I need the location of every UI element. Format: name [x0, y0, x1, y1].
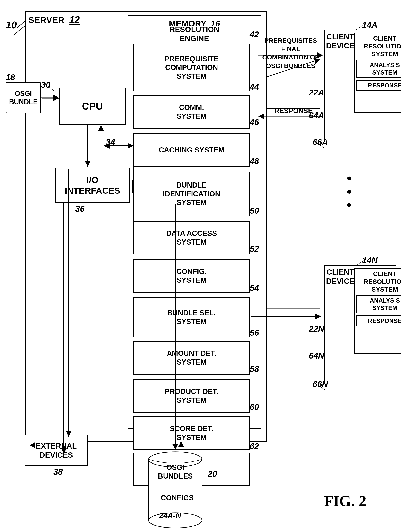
io-to-db-arrow: [170, 203, 181, 453]
prerequisite-computation-box: PREREQUISITECOMPUTATIONSYSTEM: [133, 44, 250, 91]
bundle-identification-ref: 50: [250, 206, 259, 216]
osgi-bundle-input-box: OSGIBUNDLE: [6, 82, 41, 114]
cpu-ref-arrow: [43, 83, 62, 94]
svg-line-46: [356, 259, 366, 266]
66a-ref-arrow: [313, 141, 329, 150]
caching-system-box: CACHING SYSTEM: [133, 133, 250, 167]
svg-marker-43: [317, 52, 323, 58]
cpu-box: CPU: [59, 88, 126, 125]
14a-ref-arrow: [354, 23, 369, 32]
bundle-sel-box: BUNDLE SEL.SYSTEM: [133, 297, 250, 337]
svg-line-40: [356, 23, 366, 30]
osgi-bundles-db-label: OSGIBUNDLES: [154, 463, 196, 481]
client-resolution-a-ref: 22A: [309, 88, 324, 98]
config-system-box: CONFIG.SYSTEM: [133, 259, 250, 293]
66n-ref-arrow: [313, 382, 329, 392]
caching-ref: 48: [250, 156, 259, 166]
bus-ext-dev-arrow: [29, 439, 62, 451]
product-det-box: PRODUCT DET.SYSTEM: [133, 379, 250, 413]
osgi-bundle-input-label: OSGIBUNDLE: [9, 89, 38, 106]
client-device-n-box: CLIENTDEVICE CLIENTRESOLUTIONSYSTEM ANAL…: [324, 265, 396, 383]
prereq-arrow: [257, 48, 328, 63]
response-a-label: RESPONSE: [368, 82, 401, 89]
client-resolution-n-ref: 22N: [309, 324, 324, 334]
analysis-system-n-box: ANALYSISSYSTEM: [356, 295, 401, 313]
client-resolution-n-label: CLIENTRESOLUTIONSYSTEM: [356, 270, 401, 293]
prerequisite-label: PREREQUISITECOMPUTATIONSYSTEM: [165, 55, 219, 81]
client-device-n-label: CLIENTDEVICE: [326, 267, 355, 286]
svg-marker-45: [258, 114, 264, 119]
response-n-label: RESPONSE: [368, 317, 401, 324]
score-det-box: SCORE DET.SYSTEM: [133, 417, 250, 450]
client-resolution-n-box: CLIENTRESOLUTIONSYSTEM ANALYSISSYSTEM RE…: [355, 268, 401, 354]
configs-ref: 24A-N: [159, 511, 181, 520]
io-ref: 36: [75, 204, 85, 214]
data-access-box: DATA ACCESSSYSTEM: [133, 221, 250, 254]
14n-ref-arrow: [354, 258, 369, 268]
svg-marker-60: [128, 143, 133, 149]
analysis-a-label: ANALYSISSYSTEM: [370, 61, 400, 76]
config-ref: 54: [250, 283, 259, 293]
external-ref: 38: [53, 467, 63, 477]
bus-vertical: [59, 202, 69, 456]
svg-line-41: [314, 142, 325, 148]
cpu-down-arrow: [82, 124, 93, 170]
svg-marker-56: [178, 441, 184, 447]
amount-det-ref: 58: [250, 364, 259, 374]
resolution-engine-ref: 42: [250, 30, 259, 40]
svg-marker-49: [315, 314, 321, 319]
bundle-identification-box: BUNDLEIDENTIFICATIONSYSTEM: [133, 171, 250, 216]
bundle-sel-ref: 56: [250, 328, 259, 338]
data-access-ref: 52: [250, 244, 259, 254]
client-resolution-a-box: CLIENTRESOLUTIONSYSTEM ANALYSISSYSTEM RE…: [355, 33, 401, 113]
client-device-a-label: CLIENTDEVICE: [326, 32, 355, 50]
response-n-box: RESPONSE: [356, 316, 401, 326]
analysis-n-ref: 64N: [309, 351, 324, 361]
amount-det-box: AMOUNT DET.SYSTEM: [133, 341, 250, 374]
product-det-ref: 60: [250, 402, 259, 412]
server-ref: 12: [69, 14, 80, 25]
analysis-n-label: ANALYSISSYSTEM: [370, 297, 400, 311]
osgi-bundles-ref: 20: [208, 469, 217, 479]
svg-marker-61: [104, 143, 110, 149]
svg-line-29: [45, 84, 56, 92]
osgi-bundle-ref: 18: [6, 72, 15, 82]
diagram: 10 SERVER 12 MEMORY 16 CPU 30 OSGIBUNDLE…: [0, 0, 401, 532]
ellipsis-dots: •••: [347, 171, 354, 212]
client-resolution-a-label: CLIENTRESOLUTIONSYSTEM: [356, 34, 401, 58]
resolution-engine-label: RESOLUTIONENGINE: [132, 25, 257, 43]
svg-marker-33: [85, 161, 91, 167]
server-label: SERVER 12: [28, 14, 80, 25]
analysis-system-a-box: ANALYSISSYSTEM: [356, 60, 401, 78]
response-a-box: RESPONSE: [356, 80, 401, 91]
svg-line-47: [314, 383, 325, 390]
prerequisite-ref: 44: [250, 82, 259, 92]
score-det-ref: 62: [250, 441, 259, 451]
response-arrow: [257, 111, 328, 122]
cpu-label: CPU: [82, 100, 103, 112]
mem-io-connector: [126, 133, 141, 248]
db-to-memory-arrow: [175, 440, 187, 456]
svg-marker-67: [53, 95, 59, 101]
h-bus-io-mem: [103, 141, 135, 151]
comm-system-box: COMM.SYSTEM: [133, 95, 250, 129]
osgi-cpu-arrow-line: [41, 93, 61, 103]
fig-label: FIG. 2: [324, 492, 366, 510]
configs-label: CONFIGS: [156, 494, 198, 502]
svg-marker-65: [30, 442, 35, 448]
client-device-a-box: CLIENTDEVICE CLIENTRESOLUTIONSYSTEM ANAL…: [324, 30, 396, 140]
bundle-sel-to-client-n-arrow: [250, 311, 328, 322]
caching-label: CACHING SYSTEM: [159, 146, 224, 155]
comm-label: COMM.SYSTEM: [177, 103, 207, 121]
svg-marker-35: [98, 125, 104, 131]
